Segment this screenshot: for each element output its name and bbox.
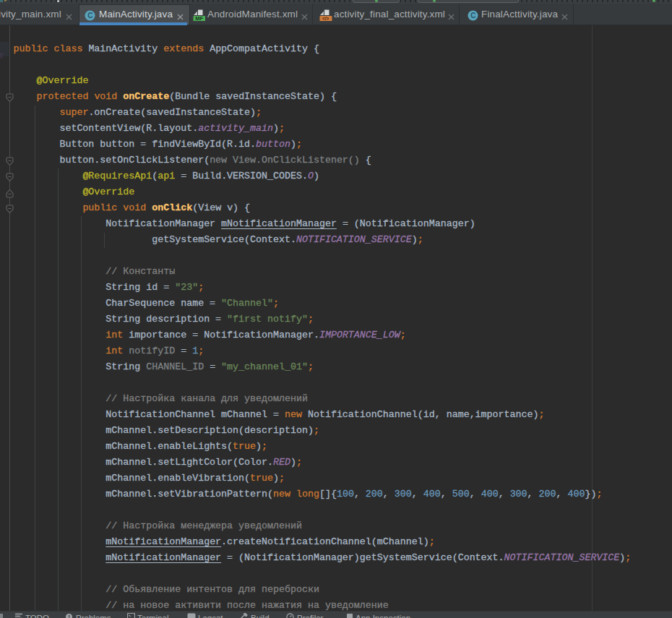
- svg-text:C: C: [470, 12, 475, 20]
- svg-text:C: C: [87, 12, 92, 20]
- svg-text:</>: </>: [322, 16, 329, 21]
- svg-text:MF: MF: [195, 15, 203, 21]
